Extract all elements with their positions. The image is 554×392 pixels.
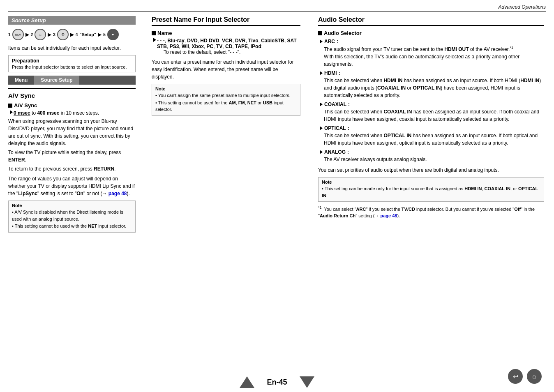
av-sync-range: 0 msec to 400 msec in 10 msec steps. (10, 110, 136, 116)
steps-row: 1 RCV ▶ 2 ⌂ ▶ 3 ⚙ ▶ 4 "Setup" ▶ 5 ● (8, 29, 136, 40)
main-columns: Source Setup 1 RCV ▶ 2 ⌂ ▶ 3 ⚙ ▶ 4 "Setu… (8, 16, 546, 236)
arc-content: The audio signal from your TV tuner can … (324, 45, 544, 68)
hdmi-title: HDMI: (320, 70, 544, 76)
return-label: RETURN (94, 166, 114, 172)
preset-note-2: • This setting cannot be used for the AM… (155, 99, 297, 113)
optical-title: OPTICAL: (320, 125, 544, 131)
arrow-tri-name (153, 38, 156, 42)
preset-notes: Note • You can't assign the same preset … (152, 84, 300, 116)
preset-name-header: Preset Name For Input Selector (152, 16, 300, 26)
audio-selector-subsection: Audio Selector (318, 30, 544, 36)
step-2-num: 2 (31, 32, 33, 37)
prep-title: Preparation (12, 58, 132, 64)
av-sync-subsection: A/V Sync (8, 102, 136, 108)
back-button[interactable]: ↩ (508, 369, 523, 384)
square-bullet-audio (318, 31, 322, 35)
arrow-tri-av (10, 110, 13, 114)
items-bold: - - - (157, 38, 165, 44)
arrow-tri-arc (320, 39, 323, 44)
square-bullet-av (8, 104, 12, 108)
coaxial-title: COAXIAL: (320, 101, 544, 107)
coaxial-content: This can be selected when COAXIAL IN has… (324, 108, 544, 123)
av-note-2: • This setting cannot be used with the N… (12, 223, 132, 230)
name-items: - - -, Blu-ray, DVD, HD DVD, VCR, DVR, T… (153, 38, 300, 55)
av-sync-para1: When using progressive scanning on your … (8, 118, 136, 147)
analog-content: The AV receiver always outputs analog si… (324, 156, 544, 163)
left-column: Source Setup 1 RCV ▶ 2 ⌂ ▶ 3 ⚙ ▶ 4 "Setu… (8, 16, 136, 236)
step-1-num: 1 (8, 32, 11, 37)
setup-text: "Setup" (79, 32, 96, 37)
reset-text: To reset to the default, select "- - -". (164, 49, 240, 55)
menu-bar: Menu Source Setup (8, 76, 136, 85)
optical-label: OPTICAL (324, 125, 346, 131)
page48-link-right[interactable]: page 48 (380, 213, 397, 218)
step-4-num: 4 (76, 32, 78, 37)
header-title: Advanced Operations (499, 4, 546, 10)
step-2-icon: ⌂ (35, 29, 46, 40)
bluray: Blu-ray (167, 38, 184, 44)
audio-notes: Note • This setting can be made only for… (318, 177, 544, 202)
step-5-icon: ● (107, 29, 119, 40)
arrow-tri-analog (320, 150, 323, 154)
lipsync-label: LipSync (18, 191, 37, 196)
arrow-4: ▶ (98, 32, 102, 37)
range-sep: to (32, 110, 37, 116)
step-1-icon: RCV (12, 29, 24, 40)
name-title: Name (157, 30, 172, 36)
page-container: Advanced Operations Source Setup 1 RCV ▶… (0, 0, 554, 392)
av-note-1: • A/V Sync is disabled when the Direct l… (12, 209, 132, 222)
page-footer: En-45 ↩ ⌂ (0, 376, 554, 388)
audio-note-1: • This setting can be made only for the … (322, 185, 540, 199)
note-label-av: Note (12, 203, 132, 208)
av-sync-range-text: 0 msec to 400 msec in 10 msec steps. (14, 110, 99, 116)
intro-text: Items can be set individually for each i… (8, 44, 136, 52)
footnote: *1 You can select "ARC" if you select th… (318, 205, 544, 219)
menu-source-setup: Source Setup (34, 76, 79, 85)
audio-selector-sub-title: Audio Selector (324, 30, 362, 36)
av-sync-header: A/V Sync (8, 92, 136, 99)
arrow-tri-hdmi (320, 71, 323, 75)
home-button[interactable]: ⌂ (527, 369, 542, 384)
nav-down-button[interactable] (300, 376, 314, 388)
nav-up-button[interactable] (240, 376, 254, 388)
middle-column: Preset Name For Input Selector Name - - … (144, 16, 308, 119)
analog-title: ANALOG: (320, 149, 544, 155)
analog-label: ANALOG (324, 149, 346, 155)
hdmi-label: HDMI (324, 70, 337, 76)
prep-text: Press the input selector buttons to sele… (12, 65, 132, 69)
av-sync-para3: To return to the previous screen, press … (8, 165, 136, 173)
menu-label: Menu (8, 76, 34, 85)
on-label: On (76, 191, 83, 196)
note-label-audio: Note (322, 180, 540, 184)
range-start: 0 msec (14, 110, 30, 116)
hdmi-content: This can be selected when HDMI IN has be… (324, 77, 544, 99)
arrow-tri-optical (320, 126, 323, 130)
enter-label: ENTER (8, 157, 25, 163)
av-sync-para2: To view the TV picture while setting the… (8, 149, 136, 164)
step-3-num: 3 (53, 32, 55, 37)
footer-icons: ↩ ⌂ (508, 369, 542, 384)
step-5-num: 5 (103, 32, 106, 37)
preset-note-1: • You can't assign the same preset name … (155, 92, 297, 99)
page48-link[interactable]: page 48 (108, 191, 127, 196)
name-subsection: Name (152, 30, 300, 36)
av-sync-sub-title: A/V Sync (14, 102, 37, 108)
av-sync-notes: Note • A/V Sync is disabled when the Dir… (8, 201, 136, 233)
coaxial-label: COAXIAL (324, 101, 346, 107)
note-label-preset: Note (155, 86, 297, 91)
arrow-1: ▶ (25, 32, 29, 37)
arrow-tri-coaxial (320, 102, 323, 106)
range-steps: in 10 msec steps. (61, 110, 99, 116)
preset-para1: You can enter a preset name for each ind… (152, 58, 300, 81)
arrow-2: ▶ (48, 32, 51, 37)
av-sync-para4: The range of values you can adjust will … (8, 175, 136, 197)
page-number: En-45 (267, 378, 287, 387)
square-bullet-name (152, 31, 156, 35)
step-3-icon: ⚙ (57, 29, 69, 40)
av-sync-section: A/V Sync A/V Sync 0 msec to 400 msec in … (8, 88, 136, 233)
source-setup-title: Source Setup (8, 16, 136, 25)
range-end: 400 msec (37, 110, 59, 116)
right-column: Audio Selector Audio Selector ARC: The a… (316, 16, 546, 221)
audio-para-after: You can set priorities of audio output w… (318, 166, 544, 174)
preparation-box: Preparation Press the input selector but… (8, 55, 136, 72)
